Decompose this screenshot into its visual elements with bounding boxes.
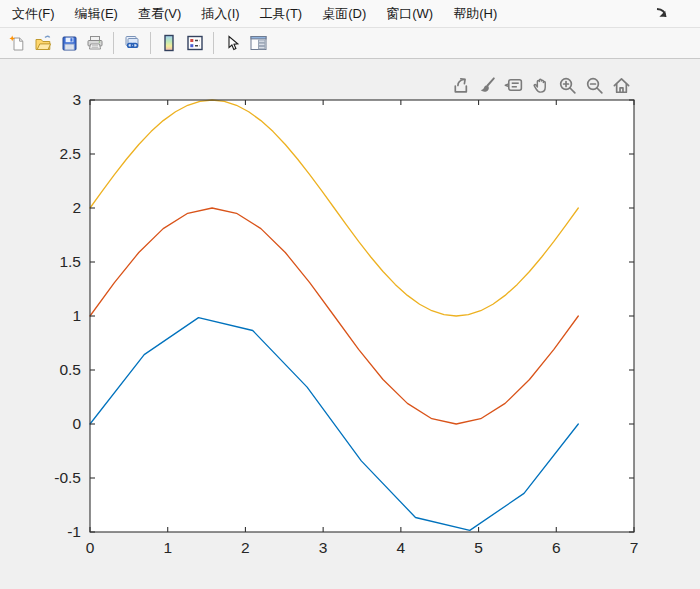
figure-canvas: 01234567-1-0.500.511.522.53 — [0, 59, 700, 589]
menu-bar: 文件(F) 编辑(E) 查看(V) 插入(I) 工具(T) 桌面(D) 窗口(W… — [0, 0, 700, 28]
insert-colorbar-icon[interactable] — [157, 31, 181, 55]
zoom-out-icon[interactable] — [582, 74, 606, 96]
x-tick-label: 6 — [552, 539, 561, 556]
save-figure-icon[interactable] — [57, 31, 81, 55]
menu-desktop[interactable]: 桌面(D) — [312, 0, 376, 27]
link-plot-icon[interactable] — [120, 31, 144, 55]
menu-edit[interactable]: 编辑(E) — [65, 0, 128, 27]
brush-icon[interactable] — [474, 74, 498, 96]
y-tick-label: 2 — [72, 199, 81, 216]
pan-icon[interactable] — [528, 74, 552, 96]
axes-plot[interactable]: 01234567-1-0.500.511.522.53 — [0, 59, 700, 589]
x-tick-label: 4 — [397, 539, 406, 556]
x-tick-label: 5 — [474, 539, 483, 556]
toolbar-separator — [113, 32, 114, 54]
axes-toolbar — [446, 73, 634, 97]
toolbar-separator — [150, 32, 151, 54]
y-tick-label: 0.5 — [59, 361, 81, 378]
print-figure-icon[interactable] — [83, 31, 107, 55]
y-tick-label: 0 — [72, 415, 81, 432]
export-icon[interactable] — [447, 74, 471, 96]
zoom-in-icon[interactable] — [555, 74, 579, 96]
toolbar-separator — [213, 32, 214, 54]
open-file-icon[interactable] — [31, 31, 55, 55]
plot-area — [90, 100, 634, 532]
y-tick-label: 3 — [72, 91, 81, 108]
restore-view-icon[interactable] — [609, 74, 633, 96]
edit-plot-icon[interactable] — [220, 31, 244, 55]
menu-window[interactable]: 窗口(W) — [376, 0, 443, 27]
menu-file[interactable]: 文件(F) — [2, 0, 65, 27]
x-tick-label: 2 — [241, 539, 250, 556]
x-tick-label: 1 — [163, 539, 172, 556]
insert-legend-icon[interactable] — [183, 31, 207, 55]
x-tick-label: 7 — [630, 539, 639, 556]
datatips-icon[interactable] — [501, 74, 525, 96]
x-tick-label: 0 — [86, 539, 95, 556]
y-tick-label: 2.5 — [59, 145, 81, 162]
menu-help[interactable]: 帮助(H) — [443, 0, 507, 27]
menu-insert[interactable]: 插入(I) — [191, 0, 249, 27]
y-tick-label: -1 — [67, 523, 81, 540]
y-tick-label: -0.5 — [54, 469, 81, 486]
matlab-figure-window: 文件(F) 编辑(E) 查看(V) 插入(I) 工具(T) 桌面(D) 窗口(W… — [0, 0, 700, 589]
y-tick-label: 1.5 — [59, 253, 81, 270]
property-inspector-icon[interactable] — [246, 31, 270, 55]
dock-arrow-icon[interactable] — [655, 6, 670, 21]
menu-view[interactable]: 查看(V) — [128, 0, 191, 27]
menu-tools[interactable]: 工具(T) — [250, 0, 313, 27]
figure-toolbar — [0, 28, 700, 59]
y-tick-label: 1 — [72, 307, 81, 324]
x-tick-label: 3 — [319, 539, 328, 556]
new-figure-icon[interactable] — [5, 31, 29, 55]
